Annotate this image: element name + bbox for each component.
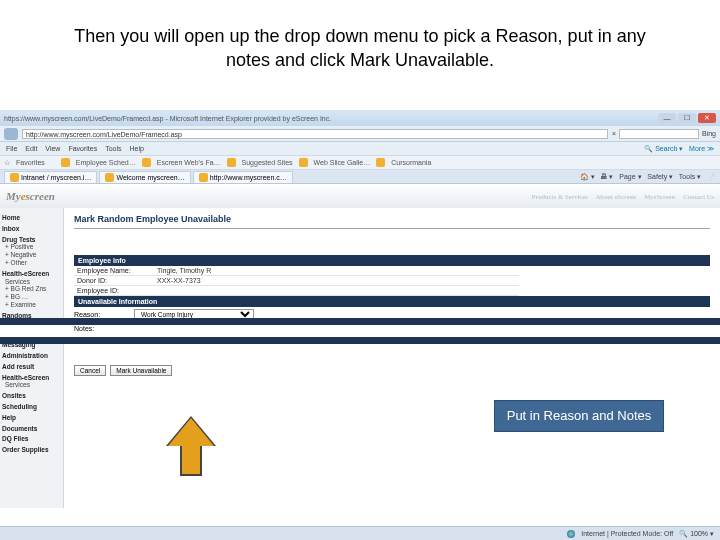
sidebar-item[interactable]: + Negative <box>5 251 61 259</box>
menu-bar: File Edit View Favorites Tools Help 🔍 Se… <box>0 142 720 156</box>
url-field[interactable]: http://www.myscreen.com/LiveDemo/Framecd… <box>22 129 608 139</box>
search-box[interactable] <box>619 129 699 139</box>
browser-window: https://www.myscreen.com/LiveDemo/Framec… <box>0 110 720 508</box>
globe-icon <box>567 530 575 538</box>
tab[interactable]: Intranet / myscreen.i… <box>4 171 97 183</box>
status-text: Internet | Protected Mode: Off <box>581 530 673 537</box>
title-text: https://www.myscreen.com/LiveDemo/Framec… <box>4 115 658 122</box>
sidebar-item[interactable]: + Examine <box>5 301 61 309</box>
callout-box: Put in Reason and Notes <box>494 400 664 432</box>
sidebar-item[interactable]: Onsites <box>2 392 61 400</box>
main-content: Mark Random Employee Unavailable Employe… <box>64 208 720 508</box>
fav-link[interactable]: Web Slice Galle… <box>314 159 371 166</box>
menu-tools[interactable]: Tools <box>105 145 121 152</box>
minimize-button[interactable]: — <box>658 113 676 123</box>
close-button[interactable]: ✕ <box>698 113 716 123</box>
sidebar-item[interactable]: Order Supplies <box>2 446 61 454</box>
sidebar-item[interactable]: Home <box>2 214 61 222</box>
sidebar-item[interactable]: Help <box>2 414 61 422</box>
maximize-button[interactable]: ☐ <box>678 113 696 123</box>
hdr-link[interactable]: About eScreen <box>596 193 637 200</box>
hdr-link[interactable]: Contact Us <box>683 193 714 200</box>
slide-instruction: Then you will open up the drop down menu… <box>0 0 720 79</box>
menu-edit[interactable]: Edit <box>25 145 37 152</box>
favorites-label[interactable]: Favorites <box>16 159 45 166</box>
fav-link[interactable]: Employee Sched… <box>76 159 136 166</box>
arrow-annotation <box>168 444 214 500</box>
tab[interactable]: Welcome myscreen… <box>99 171 190 183</box>
fav-icon <box>299 158 308 167</box>
fav-link[interactable]: Suggested Sites <box>242 159 293 166</box>
sidebar-item[interactable]: Inbox <box>2 225 61 233</box>
hdr-link[interactable]: MyeScreen <box>644 193 675 200</box>
sidebar-item[interactable]: Services <box>5 381 61 389</box>
fav-link[interactable]: Cursormania <box>391 159 431 166</box>
fav-icon <box>376 158 385 167</box>
emp-id-value <box>154 286 519 295</box>
unavailable-info-header: Unavailable Information <box>74 296 710 307</box>
donor-id-value: XXX-XX-7373 <box>154 276 519 285</box>
sidebar-item[interactable]: Administration <box>2 352 61 360</box>
employee-info-table: Employee Name:Tingle, Timothy R Donor ID… <box>74 266 519 296</box>
favorites-bar: ☆ Favorites Employee Sched… Escreen Web'… <box>0 156 720 170</box>
sidebar-item[interactable]: Health-eScreen <box>2 374 61 382</box>
sidebar-item[interactable]: + Other <box>5 259 61 267</box>
address-bar: http://www.myscreen.com/LiveDemo/Framecd… <box>0 126 720 142</box>
status-bar: Internet | Protected Mode: Off 🔍 100% ▾ <box>0 526 720 540</box>
hdr-link[interactable]: Products & Services <box>531 193 587 200</box>
menu-favorites[interactable]: Favorites <box>68 145 97 152</box>
back-forward-icon[interactable] <box>4 128 18 140</box>
tab-bar: Intranet / myscreen.i… Welcome myscreen…… <box>0 170 720 184</box>
menu-file[interactable]: File <box>6 145 17 152</box>
mark-unavailable-button[interactable]: Mark Unavailable <box>110 365 172 376</box>
fav-icon <box>227 158 236 167</box>
app-header: Myescreen Products & Services About eScr… <box>0 184 720 208</box>
sidebar-item[interactable]: Documents <box>2 425 61 433</box>
sidebar-item[interactable]: Add result <box>2 363 61 371</box>
title-bar: https://www.myscreen.com/LiveDemo/Framec… <box>0 110 720 126</box>
app-body: HomeInboxDrug Tests+ Positive+ Negative+… <box>0 208 720 508</box>
menu-view[interactable]: View <box>45 145 60 152</box>
menu-help[interactable]: Help <box>130 145 144 152</box>
sidebar-item[interactable]: DQ Files <box>2 435 61 443</box>
fav-link[interactable]: Escreen Web's Fa… <box>157 159 221 166</box>
sidebar-item[interactable]: + BG Red Zns <box>5 285 61 293</box>
page-title: Mark Random Employee Unavailable <box>74 214 710 229</box>
employee-info-header: Employee Info <box>74 255 710 266</box>
fav-icon <box>61 158 70 167</box>
emp-name-value: Tingle, Timothy R <box>154 266 519 275</box>
emp-id-label: Employee ID: <box>74 286 154 295</box>
notes-label: Notes: <box>74 325 134 332</box>
sidebar-item[interactable]: Drug Tests <box>2 236 61 244</box>
sidebar: HomeInboxDrug Tests+ Positive+ Negative+… <box>0 208 64 508</box>
sidebar-item[interactable]: Scheduling <box>2 403 61 411</box>
sidebar-item[interactable]: + BG … <box>5 293 61 301</box>
decorative-strip <box>0 338 720 344</box>
donor-id-label: Donor ID: <box>74 276 154 285</box>
tab[interactable]: http://www.myscreen.c… <box>193 171 293 183</box>
sidebar-item[interactable]: Services <box>5 278 61 286</box>
sidebar-item[interactable]: Health-eScreen <box>2 270 61 278</box>
emp-name-label: Employee Name: <box>74 266 154 275</box>
sidebar-item[interactable]: + Positive <box>5 243 61 251</box>
reason-label: Reason: <box>74 311 134 318</box>
search-provider: Bing <box>702 130 716 137</box>
cancel-button[interactable]: Cancel <box>74 365 106 376</box>
app-logo: Myescreen <box>6 190 55 202</box>
fav-icon <box>142 158 151 167</box>
